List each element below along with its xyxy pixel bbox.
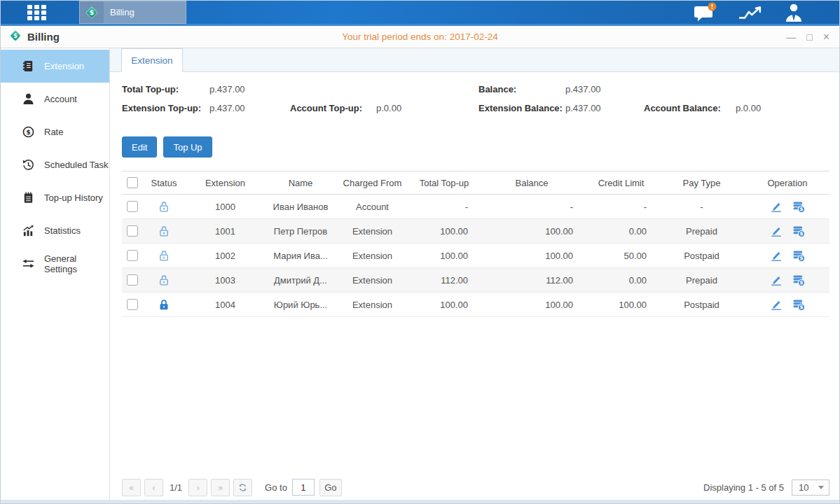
account-top-up-label: Account Top-up: (290, 103, 376, 113)
notepad-icon (22, 191, 35, 204)
charged-from-cell: Extension (336, 293, 409, 317)
minimize-button[interactable]: — (786, 32, 796, 42)
first-page-button[interactable]: « (122, 479, 141, 496)
close-button[interactable]: × (823, 32, 829, 42)
row-checkbox[interactable] (127, 274, 138, 286)
sidebar-item-rate[interactable]: $Rate (1, 115, 109, 148)
col-total-top-up: Total Top-up (409, 172, 479, 195)
page-indicator: 1/1 (170, 482, 182, 493)
edit-row-icon[interactable] (770, 274, 783, 286)
top-up-row-icon[interactable]: $ (792, 298, 806, 312)
trial-notice: Your trial period ends on: 2017-02-24 (1, 31, 839, 42)
extension-cell: 1004 (185, 293, 266, 317)
row-checkbox[interactable] (127, 250, 138, 261)
sidebar-item-extension[interactable]: Extension (1, 50, 109, 83)
table-row: 1001Петр ПетровExtension100.00100.000.00… (122, 219, 829, 244)
charged-from-cell: Extension (336, 244, 409, 268)
col-balance: Balance (479, 172, 584, 195)
sidebar-item-label: General Settings (44, 253, 109, 274)
topbar-tab-label: Billing (110, 7, 135, 18)
pagination-bar: « ‹ 1/1 › » Go to Go (122, 478, 829, 496)
col-extension: Extension (185, 172, 266, 195)
sidebar-item-statistics[interactable]: Statistics (1, 214, 109, 247)
credit-limit-cell: 100.00 (584, 293, 658, 317)
svg-text:$: $ (799, 279, 803, 286)
go-button[interactable]: Go (319, 479, 342, 496)
top-up-row-icon[interactable]: $ (792, 200, 806, 214)
pay-type-cell: Prepaid (658, 219, 745, 244)
top-up-row-icon[interactable]: $ (792, 274, 806, 287)
charged-from-cell: Extension (336, 219, 409, 244)
unlocked-icon (158, 249, 170, 260)
select-all-checkbox[interactable] (127, 177, 138, 188)
pay-type-cell: Prepaid (658, 268, 745, 293)
sidebar-item-label: Scheduled Task (44, 160, 109, 170)
sidebar-item-account[interactable]: Account (1, 83, 109, 115)
edit-row-icon[interactable] (770, 249, 783, 262)
sidebar-item-top-up-history[interactable]: Top-up History (1, 181, 109, 214)
edit-button[interactable]: Edit (122, 136, 157, 158)
svg-text:$: $ (799, 255, 803, 261)
credit-limit-cell: 50.00 (584, 244, 658, 268)
user-profile-icon[interactable] (783, 3, 804, 22)
top-up-row-icon[interactable]: $ (792, 225, 806, 238)
go-to-page-input[interactable] (292, 479, 315, 496)
pay-type-cell: - (658, 195, 745, 219)
messages-icon[interactable]: ! (694, 2, 717, 23)
sidebar-item-scheduled-task[interactable]: Scheduled Task (1, 148, 109, 181)
summary-panel: Total Top-up: p.437.00 Balance: p.437.00… (110, 84, 839, 122)
credit-limit-cell: - (584, 195, 658, 219)
tab-extension[interactable]: Extension (121, 48, 183, 72)
top-up-row-icon[interactable]: $ (792, 249, 806, 262)
credit-limit-cell: 0.00 (584, 268, 658, 293)
line-chart-icon[interactable] (738, 3, 762, 22)
edit-row-icon[interactable] (770, 200, 783, 213)
name-cell: Дмитрий Д... (266, 268, 336, 293)
charged-from-cell: Extension (336, 268, 409, 293)
name-cell: Иван Иванов (266, 195, 336, 219)
page-size-select[interactable]: 10 (792, 479, 829, 496)
topbar-billing-tab[interactable]: $ Billing (79, 1, 186, 24)
sidebar-item-label: Account (44, 94, 77, 104)
prev-page-button[interactable]: ‹ (144, 479, 163, 496)
credit-limit-cell: 0.00 (584, 219, 658, 244)
col-status: Status (143, 172, 185, 195)
locked-icon (158, 298, 170, 309)
total-top-up-label: Total Top-up: (122, 84, 209, 94)
sidebar-item-general-settings[interactable]: General Settings (1, 247, 109, 280)
notification-badge: ! (710, 3, 713, 10)
extension-book-icon (22, 59, 35, 73)
balance-label: Balance: (478, 84, 565, 94)
app-grid-icon[interactable] (27, 5, 48, 20)
maximize-button[interactable]: □ (806, 32, 812, 42)
table-row: 1003Дмитрий Д...Extension112.00112.000.0… (122, 268, 829, 293)
unlocked-icon (158, 225, 170, 235)
bar-chart-icon (22, 224, 35, 237)
balance-cell: 112.00 (479, 268, 584, 293)
balance-cell: - (479, 195, 584, 219)
chevron-down-icon (818, 486, 824, 489)
row-checkbox[interactable] (127, 299, 138, 310)
row-checkbox[interactable] (127, 201, 138, 212)
extension-balance-label: Extension Balance: (478, 103, 565, 113)
svg-text:$: $ (13, 32, 18, 39)
pay-type-cell: Postpaid (658, 244, 745, 268)
charged-from-cell: Account (336, 195, 409, 219)
next-page-button[interactable]: › (188, 479, 207, 496)
top-up-button[interactable]: Top Up (163, 136, 212, 158)
table-header-row: Status Extension Name Charged From Total… (122, 172, 829, 195)
sidebar: ExtensionAccount$RateScheduled TaskTop-u… (1, 48, 110, 504)
last-page-button[interactable]: » (211, 479, 230, 496)
unlocked-icon (158, 200, 170, 211)
total-top-up-cell: 112.00 (409, 268, 479, 293)
window-titlebar: Your trial period ends on: 2017-02-24 $ … (1, 26, 839, 48)
row-checkbox[interactable] (127, 225, 138, 237)
name-cell: Петр Петров (266, 219, 336, 244)
sidebar-item-label: Extension (44, 61, 84, 71)
account-balance-value: p.0.00 (736, 103, 839, 113)
col-operation: Operation (745, 172, 829, 195)
edit-row-icon[interactable] (770, 225, 783, 237)
extension-top-up-value: p.437.00 (209, 103, 290, 113)
edit-row-icon[interactable] (770, 298, 783, 311)
refresh-button[interactable] (233, 479, 252, 496)
